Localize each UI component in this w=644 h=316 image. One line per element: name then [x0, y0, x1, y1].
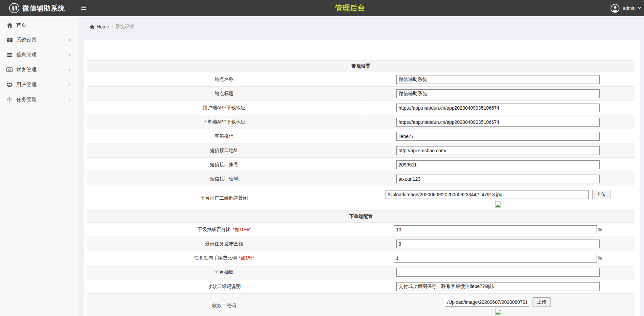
main-content: Home / 系统设置 常规设置站点名称站点标题用户端APP下载地址下单端APP…	[78, 16, 644, 316]
breadcrumb-separator: /	[111, 24, 113, 29]
sidebar-item-4[interactable]: 财务管理‹	[0, 62, 78, 77]
chevron-left-icon: ‹	[68, 82, 70, 88]
chevron-left-icon: ‹	[68, 67, 70, 73]
settings-row: 客服微信	[87, 129, 635, 143]
field-input[interactable]	[396, 240, 600, 248]
broken-image-icon	[495, 201, 501, 208]
sidebar-item-6[interactable]: ®任务管理‹	[0, 92, 78, 107]
user-menu[interactable]: admin	[610, 0, 640, 16]
brand-logo-icon	[9, 3, 20, 14]
field-label: 任务发布手续费比例	[194, 255, 237, 261]
settings-row: 站点名称	[87, 72, 635, 87]
field-input[interactable]	[394, 254, 597, 263]
settings-table-body: 常规设置站点名称站点标题用户端APP下载地址下单端APP下载地址客服微信短信接口…	[87, 61, 635, 316]
field-label: 短信接口地址	[210, 148, 238, 153]
settings-row: 收款二维码上传	[87, 294, 635, 316]
settings-row: 平台抽取	[87, 265, 635, 279]
field-label: 收款二维码说明	[208, 284, 241, 289]
sidebar-item-2[interactable]: 系统设置‹	[0, 32, 78, 47]
sidebar-item-label: 任务管理	[16, 96, 37, 103]
chevron-left-icon: ‹	[68, 37, 70, 43]
field-label: 平台推广二维码背景图	[201, 195, 248, 201]
upload-button[interactable]: 上传	[592, 190, 610, 199]
field-label: 站点名称	[215, 76, 234, 82]
settings-row: 下单端APP下载地址	[87, 115, 635, 129]
percent-suffix: %	[598, 255, 602, 261]
th-list-icon	[6, 37, 13, 43]
sidebar-item-label: 用户管理	[16, 82, 37, 88]
upload-control: 上传	[361, 186, 635, 210]
field-label: 短信接口密码	[210, 176, 238, 181]
username-label: admin	[623, 5, 636, 11]
sidebar-menu: 首页系统设置‹信息管理‹财务管理‹用户管理‹®任务管理‹	[0, 18, 78, 107]
list-icon	[6, 52, 13, 58]
field-label: 最低任务发布金额	[205, 241, 243, 246]
section-title: 常规设置	[352, 63, 371, 69]
field-label: 下单端APP下载地址	[203, 119, 245, 125]
field-input[interactable]	[445, 298, 529, 307]
field-input[interactable]	[396, 118, 600, 127]
section-header-row: 常规设置	[87, 61, 635, 72]
broken-image-icon	[495, 309, 501, 315]
field-input[interactable]	[396, 175, 600, 183]
field-label: 客服微信	[215, 133, 234, 139]
field-input[interactable]	[396, 160, 600, 169]
sidebar-item-5[interactable]: 用户管理‹	[0, 77, 78, 92]
settings-row: 最低任务发布金额	[87, 237, 635, 251]
brand-title: 微信辅助系统	[22, 4, 65, 13]
settings-table: 常规设置站点名称站点标题用户端APP下载地址下单端APP下载地址客服微信短信接口…	[87, 60, 635, 316]
field-input[interactable]	[396, 268, 600, 277]
field-label: 下级抽成百分比	[198, 227, 231, 232]
sidebar-item-3[interactable]: 信息管理‹	[0, 47, 78, 62]
settings-row: 下级抽成百分比*如10%*%	[87, 223, 635, 237]
chevron-left-icon: ‹	[68, 52, 70, 58]
field-input[interactable]	[396, 75, 600, 84]
sidebar-item-label: 系统设置	[16, 37, 37, 43]
sidebar-toggle-button[interactable]	[81, 5, 88, 12]
sidebar: 首页系统设置‹信息管理‹财务管理‹用户管理‹®任务管理‹	[0, 16, 78, 316]
settings-row: 短信接口账号	[87, 158, 635, 172]
sidebar-item-label: 财务管理	[16, 67, 37, 73]
chevron-left-icon: ‹	[68, 96, 70, 103]
field-input[interactable]	[396, 132, 600, 141]
section-title: 下单端配置	[349, 213, 373, 219]
chevron-down-icon	[638, 5, 641, 9]
sidebar-item-label: 信息管理	[16, 52, 37, 58]
breadcrumb-current: 系统设置	[115, 24, 134, 30]
home-icon	[6, 22, 13, 28]
sidebar-item-1[interactable]: 首页	[0, 18, 78, 32]
upload-control: 上传	[361, 294, 635, 316]
home-icon	[90, 25, 95, 29]
field-input[interactable]	[396, 282, 600, 291]
field-hint: *如10%*	[233, 227, 251, 232]
field-input[interactable]	[394, 225, 597, 234]
field-label: 平台抽取	[215, 269, 234, 275]
field-input[interactable]	[386, 190, 589, 199]
users-icon	[6, 82, 13, 88]
top-header-bar: 微信辅助系统 管理后台 admin	[0, 0, 644, 16]
field-input[interactable]	[396, 89, 600, 98]
settings-row: 收款二维码说明	[87, 279, 635, 294]
page-title: 管理后台	[335, 0, 365, 16]
upload-button[interactable]: 上传	[533, 297, 551, 307]
field-input[interactable]	[396, 146, 600, 155]
settings-row: 站点标题	[87, 87, 635, 101]
settings-row: 用户端APP下载地址	[87, 101, 635, 115]
settings-row: 平台推广二维码背景图上传	[87, 186, 635, 211]
settings-row: 短信接口地址	[87, 143, 635, 158]
avatar-icon	[610, 4, 620, 13]
field-label: 短信接口账号	[210, 162, 238, 167]
field-hint: *如1%*	[239, 255, 254, 261]
field-label: 站点标题	[215, 91, 234, 96]
breadcrumb: Home / 系统设置	[90, 24, 644, 30]
money-icon	[6, 67, 13, 73]
field-input[interactable]	[396, 104, 600, 112]
brand-logo[interactable]: 微信辅助系统	[0, 0, 78, 16]
sidebar-item-label: 首页	[16, 22, 26, 28]
section-header-row: 下单端配置	[87, 211, 635, 223]
registered-icon: ®	[6, 96, 13, 103]
field-label: 用户端APP下载地址	[203, 105, 245, 110]
settings-row: 任务发布手续费比例*如1%*%	[87, 251, 635, 265]
percent-suffix: %	[598, 227, 602, 232]
breadcrumb-home-link[interactable]: Home	[90, 24, 109, 29]
